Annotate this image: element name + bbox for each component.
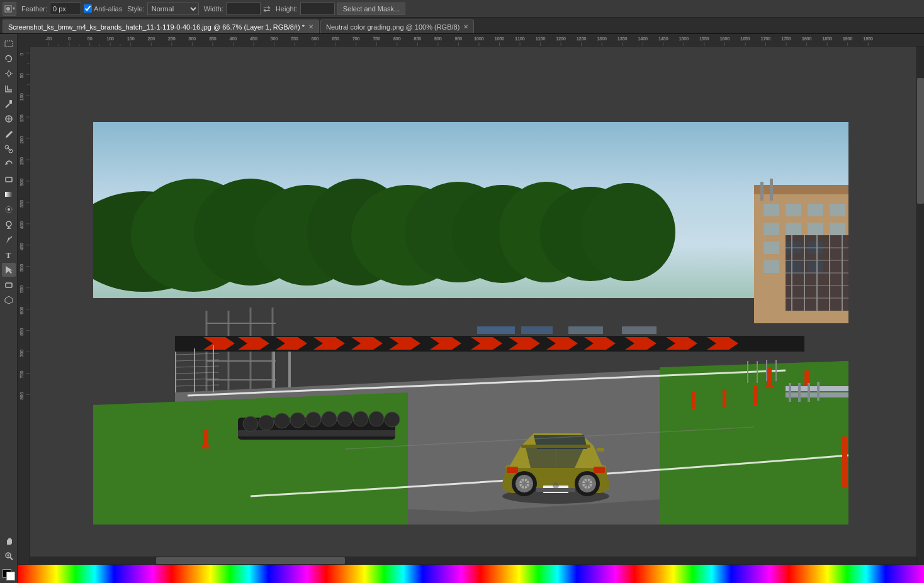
top-toolbar: ▾ Feather: Anti-alias Style: Normal Fixe… [0,0,924,18]
svg-text:100: 100 [20,93,24,101]
svg-text:550: 550 [20,286,24,293]
svg-point-230 [306,412,321,427]
clone-stamp-tool[interactable] [2,142,16,156]
svg-point-226 [243,416,258,431]
antialiase-checkbox-label[interactable]: Anti-alias [84,4,122,13]
tab-neutral-grading[interactable]: Neutral color grading.png @ 100% (RGB/8)… [320,19,474,33]
ruler-corner [18,34,30,47]
healing-brush-tool[interactable] [2,112,16,126]
tab-close-bmw[interactable]: ✕ [308,23,313,30]
vertical-scrollbar[interactable] [916,47,924,564]
svg-text:100: 100 [106,37,114,42]
svg-text:1950: 1950 [864,37,874,42]
style-select[interactable]: Normal Fixed Ratio Fixed Size [147,3,199,15]
svg-rect-219 [622,326,656,334]
height-input[interactable] [300,3,335,15]
svg-point-234 [369,411,384,426]
svg-text:600: 600 [20,307,24,314]
svg-text:300: 300 [189,37,196,42]
swap-dimensions-icon[interactable]: ⇄ [263,4,271,14]
svg-rect-18 [5,192,13,197]
svg-rect-313 [691,391,695,409]
pen-tool[interactable] [2,233,16,247]
crop-tool[interactable] [2,82,16,96]
svg-line-307 [175,366,219,367]
svg-point-232 [337,411,352,426]
svg-rect-185 [760,182,763,201]
feather-input[interactable] [50,3,81,15]
svg-text:1750: 1750 [781,37,791,42]
foreground-background-colors[interactable] [1,568,16,583]
ruler-left-svg: 0 50 100 150 200 250 300 350 400 450 500… [18,47,30,564]
type-tool[interactable]: T [2,248,16,262]
svg-text:0: 0 [20,53,24,55]
svg-rect-311 [754,386,758,405]
svg-text:50: 50 [20,73,24,78]
svg-rect-174 [830,204,845,216]
canvas-content: EL X1 35 [30,47,924,564]
gradient-tool[interactable] [2,187,16,201]
svg-text:1650: 1650 [740,37,750,42]
svg-text:1900: 1900 [843,37,853,42]
width-input[interactable] [226,3,261,15]
svg-point-235 [385,412,400,427]
svg-text:400: 400 [20,221,24,229]
svg-text:700: 700 [20,349,24,357]
svg-line-30 [10,557,13,560]
svg-text:600: 600 [312,37,319,42]
select-mask-button[interactable]: Select and Mask... [337,3,406,15]
lasso-tool[interactable] [2,52,16,65]
rectangular-marquee-tool[interactable] [2,36,16,50]
svg-text:250: 250 [20,157,24,165]
svg-rect-216 [477,326,515,334]
svg-rect-238 [767,367,772,386]
brush-tool[interactable] [2,127,16,141]
horizontal-scrollbar[interactable] [30,557,924,564]
svg-rect-170 [754,185,848,194]
svg-rect-120 [18,47,30,564]
ruler-top-svg: -50 0 50 100 150 200 250 300 350 400 450… [30,34,924,46]
svg-text:1450: 1450 [658,37,668,42]
svg-text:150: 150 [20,114,24,122]
antialiase-checkbox[interactable] [84,4,92,13]
svg-text:900: 900 [434,37,442,42]
tool-dropdown[interactable]: ▾ [3,2,16,16]
tab-bmw-screenshot[interactable]: Screenshot_ks_bmw_m4_ks_brands_hatch_11-… [3,19,319,33]
magic-wand-tool[interactable] [2,67,16,81]
svg-rect-242 [842,436,847,487]
svg-text:350: 350 [20,200,24,208]
svg-text:850: 850 [414,37,422,42]
eraser-tool[interactable] [2,172,16,186]
svg-rect-284 [597,448,604,452]
svg-text:1400: 1400 [638,37,648,42]
shape-tool[interactable] [2,278,16,292]
path-selection-tool[interactable] [2,263,16,277]
tab-close-neutral[interactable]: ✕ [463,23,468,30]
hand-tool[interactable] [2,534,16,548]
svg-text:1700: 1700 [761,37,771,42]
svg-text:-50: -50 [46,37,52,42]
svg-point-7 [7,72,11,75]
svg-point-1 [6,7,10,11]
dodge-tool[interactable] [2,218,16,231]
history-brush-tool[interactable] [2,157,16,171]
canvas-image-container[interactable]: EL X1 35 [93,122,848,526]
color-swatches-strip[interactable] [18,564,924,583]
svg-marker-26 [6,266,13,274]
svg-rect-290 [93,462,175,487]
svg-line-24 [10,236,12,238]
canvas-area: -50 0 50 100 150 200 250 300 350 400 450… [18,34,924,583]
svg-rect-258 [507,467,518,473]
svg-rect-249 [817,382,820,401]
svg-rect-2 [5,41,13,47]
3d-tool[interactable] [2,293,16,307]
svg-rect-218 [568,326,603,334]
svg-text:350: 350 [209,37,217,42]
svg-line-308 [175,372,219,374]
blur-tool[interactable] [2,203,16,216]
svg-rect-179 [763,242,779,254]
svg-rect-176 [786,223,801,235]
eyedropper-tool[interactable] [2,97,16,111]
zoom-tool[interactable] [2,549,16,563]
svg-text:1600: 1600 [720,37,730,42]
